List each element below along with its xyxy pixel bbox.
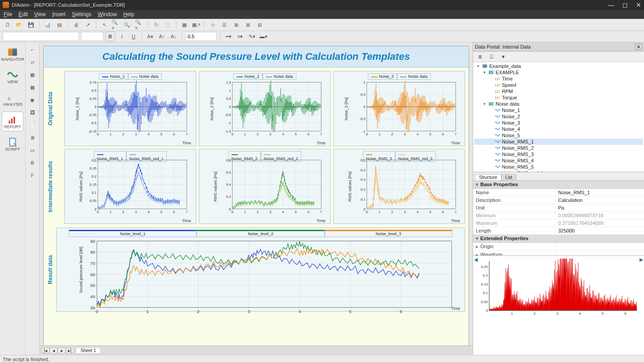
preview-next-icon[interactable]: ▶ xyxy=(640,257,643,263)
save-icon[interactable]: 💾 xyxy=(26,20,36,30)
menu-settings[interactable]: Settings xyxy=(72,11,91,18)
chart-icon[interactable]: 📊 xyxy=(43,20,53,30)
legend-icon[interactable]: ☰ xyxy=(219,20,229,30)
tree-Noise_5[interactable]: Noise_5 xyxy=(474,132,643,139)
props-hdr[interactable]: ▾Base Properties xyxy=(473,181,644,189)
tab-structure[interactable]: Structure xyxy=(475,174,501,180)
tab-list[interactable]: List xyxy=(501,174,517,180)
prop-group-Origin[interactable]: ▸Origin xyxy=(473,243,644,251)
menu-edit[interactable]: Edit xyxy=(18,11,28,18)
menu-file[interactable]: File xyxy=(4,11,12,18)
tree-Noise_4[interactable]: Noise_4 xyxy=(474,126,643,132)
sheet-prev-button[interactable]: ◂ xyxy=(49,348,58,353)
sheet-last-button[interactable]: ▸| xyxy=(66,348,74,353)
menu-window[interactable]: Window xyxy=(98,11,117,18)
menu-insert[interactable]: Insert xyxy=(52,11,66,18)
font-shrink-button[interactable]: A↓ xyxy=(169,31,179,41)
table-icon[interactable]: ▦ xyxy=(179,20,189,30)
report-canvas[interactable]: Calculating the Sound Pressure Level wit… xyxy=(40,42,473,345)
refresh-icon[interactable]: ↻ xyxy=(151,20,161,30)
nav-navigator[interactable]: NAVIGATOR xyxy=(2,44,23,64)
sheet-next-button[interactable]: ▸ xyxy=(58,348,66,353)
zoom-out-icon[interactable]: 🔍- xyxy=(123,20,133,30)
font-grow-button[interactable]: A↑ xyxy=(157,31,167,41)
table-tool-icon[interactable]: ▦ xyxy=(27,69,38,80)
nav-analysis[interactable]: fxANALYSIS xyxy=(2,89,23,109)
chart-Noise_2[interactable]: Noise_2Noise dataNoise_2 [Pa]Time-1.5-1-… xyxy=(199,71,331,146)
font-color-button[interactable]: A▾ xyxy=(145,31,155,41)
grid2-icon[interactable]: ⊞ xyxy=(243,20,253,30)
tree-Noise_RMS_3[interactable]: Noise_RMS_3 xyxy=(474,151,643,157)
tree-Noise_RMS_5[interactable]: Noise_RMS_5 xyxy=(474,164,643,170)
tree-EXAMPLE[interactable]: ▾EXAMPLE xyxy=(474,69,643,76)
tree-Noise data[interactable]: ▾Noise data xyxy=(474,101,643,107)
text-tool-icon[interactable]: 📄 xyxy=(27,120,38,130)
tree-Noise_1[interactable]: Noise_1 xyxy=(474,107,643,113)
bold-button[interactable]: B xyxy=(105,31,115,41)
prop-group-Waveform[interactable]: ▸Waveform xyxy=(473,251,644,255)
minimize-button[interactable]: — xyxy=(608,1,614,9)
menu-help[interactable]: Help xyxy=(123,11,134,18)
list-view-icon[interactable]: ☷ xyxy=(487,52,496,62)
chart-Noise_RMS_2[interactable]: Noise_RMS_2Noise_RMS_red_2RMS values [Pa… xyxy=(199,149,331,224)
prop-Description[interactable]: DescriptionCalculation xyxy=(473,197,644,204)
grid1-icon[interactable]: ⊞ xyxy=(231,20,241,30)
sheet-first-button[interactable]: |◂ xyxy=(41,348,49,353)
prop-Unit[interactable]: UnitPa xyxy=(473,204,644,212)
image-tool-icon[interactable]: 🖼 xyxy=(27,107,38,118)
channel-tree[interactable]: ▾Example_data▾EXAMPLE123Time123Speed123R… xyxy=(473,62,644,172)
zoom-reset-icon[interactable]: 🔍× xyxy=(134,20,144,30)
circle-tool-icon[interactable]: ◉ xyxy=(27,94,38,105)
sheet-tab[interactable]: Sheet 1 xyxy=(76,347,101,354)
ruler-icon[interactable]: ⊟ xyxy=(255,20,264,30)
opacity-input[interactable] xyxy=(185,32,217,41)
prop-Length[interactable]: Length325000 xyxy=(473,227,644,235)
line-style-button[interactable]: ━▾ xyxy=(224,31,233,41)
chart-Noise_3[interactable]: Noise_3Noise dataNoise_3 [Pa]Time-1-0.50… xyxy=(333,71,465,146)
tree-Speed[interactable]: 123Speed xyxy=(474,82,643,88)
prop-Maximum[interactable]: Maximum0.271661764534089 xyxy=(473,219,644,227)
tree-toggle[interactable]: ▾ xyxy=(476,64,480,68)
nav-script[interactable]: SCRIPT xyxy=(2,134,23,154)
result-chart[interactable]: Noise_level_1Noise_level_2Noise_level_3S… xyxy=(56,228,465,312)
tree-Example_data[interactable]: ▾Example_data xyxy=(474,63,643,69)
lines-tool-icon[interactable]: ≣ xyxy=(27,132,38,143)
font-family-input[interactable] xyxy=(3,32,79,41)
table2-tool-icon[interactable]: ▦ xyxy=(27,82,38,93)
formula-tool-icon[interactable]: F xyxy=(27,170,38,181)
nav-view[interactable]: VIEW xyxy=(2,67,23,86)
text-frame-icon[interactable]: ▤ xyxy=(54,20,64,30)
tree-Torque[interactable]: 123Torque xyxy=(474,94,643,101)
fill-color-button[interactable]: ▬▾ xyxy=(259,31,268,41)
settings-tool-icon[interactable]: ⚙ xyxy=(27,157,38,168)
close-button[interactable]: ✕ xyxy=(636,1,641,9)
print-icon[interactable]: 🖨 xyxy=(71,20,81,30)
zoom-in-icon[interactable]: 🔍+ xyxy=(111,20,121,30)
tree-Noise_RMS_2[interactable]: Noise_RMS_2 xyxy=(474,145,643,151)
axis-tool-icon[interactable]: ⌐ xyxy=(27,44,38,55)
table-edit-icon[interactable]: ▦↗ xyxy=(191,20,201,30)
font-size-input[interactable] xyxy=(81,32,103,41)
page-tool-icon[interactable]: ▱ xyxy=(27,57,38,67)
tree-Noise_3[interactable]: Noise_3 xyxy=(474,120,643,126)
preview-prev-icon[interactable]: ◀ xyxy=(474,257,478,263)
panel-close-button[interactable]: × xyxy=(635,44,642,50)
line-weight-button[interactable]: ≡▾ xyxy=(235,31,245,41)
tree-Noise_RMS_4[interactable]: Noise_RMS_4 xyxy=(474,157,643,164)
filter-icon[interactable]: ▼ xyxy=(498,52,508,62)
menu-view[interactable]: View xyxy=(34,11,46,18)
new-icon[interactable]: 🗋 xyxy=(3,20,13,30)
nav-report[interactable]: REPORT xyxy=(2,112,23,131)
frame-tool-icon[interactable]: ▭ xyxy=(27,145,38,156)
chart-Noise_1[interactable]: Noise_1Noise dataNoise_1 [Pa]Time-0.75-0… xyxy=(64,71,196,146)
tree-toggle[interactable]: ▾ xyxy=(482,102,487,106)
line-color-button[interactable]: ✎▾ xyxy=(247,31,257,41)
italic-button[interactable]: I xyxy=(117,31,127,41)
export-icon[interactable]: ↗ xyxy=(83,20,93,30)
cursor-icon[interactable]: ↖ xyxy=(99,20,109,30)
tree-Noise_RMS_1[interactable]: Noise_RMS_1 xyxy=(474,139,643,145)
tree-Noise_2[interactable]: Noise_2 xyxy=(474,113,643,120)
tree-RPM[interactable]: 123RPM xyxy=(474,88,643,94)
layout-icon[interactable]: ⬚ xyxy=(163,20,173,30)
chart-Noise_RMS_1[interactable]: Noise_RMS_1Noise_RMS_red_1RMS values [Pa… xyxy=(64,149,196,224)
